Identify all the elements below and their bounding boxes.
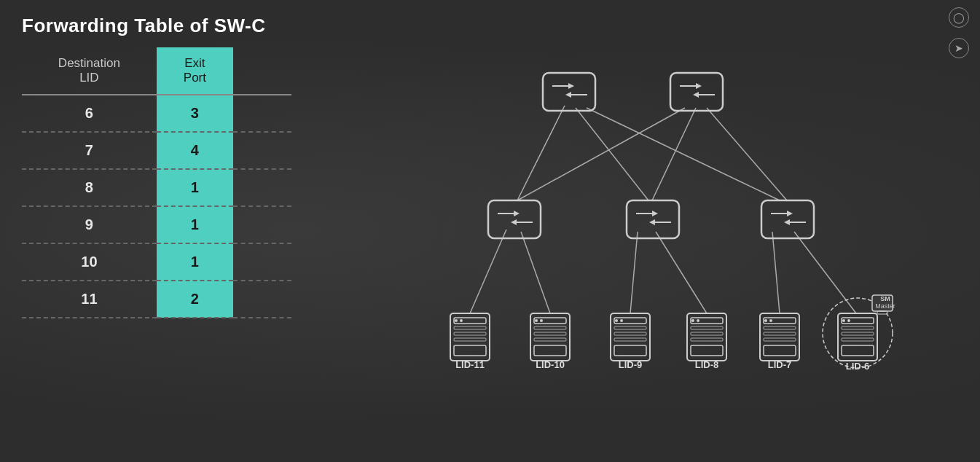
svg-rect-66 bbox=[691, 326, 723, 329]
send-icon[interactable]: ➤ bbox=[949, 38, 969, 58]
table-row: 8 1 bbox=[22, 169, 291, 206]
svg-rect-71 bbox=[691, 345, 723, 356]
svg-text:LID-11: LID-11 bbox=[455, 359, 485, 370]
spacer-cell bbox=[233, 132, 291, 169]
svg-rect-76 bbox=[764, 332, 796, 335]
svg-text:LID-8: LID-8 bbox=[695, 359, 719, 370]
table-section: Forwarding Table of SW-C DestinationLID … bbox=[22, 15, 372, 318]
svg-rect-17 bbox=[670, 73, 723, 111]
svg-rect-75 bbox=[764, 326, 796, 329]
forwarding-table: DestinationLID ExitPort 6 3 7 4 8 1 9 1 … bbox=[22, 47, 291, 318]
svg-rect-74 bbox=[764, 318, 796, 324]
svg-marker-29 bbox=[652, 211, 658, 216]
svg-text:LID-10: LID-10 bbox=[536, 359, 565, 370]
svg-rect-57 bbox=[614, 326, 646, 329]
dest-lid-cell: 10 bbox=[22, 243, 157, 281]
svg-marker-21 bbox=[693, 92, 699, 98]
svg-line-0 bbox=[517, 106, 565, 200]
svg-line-5 bbox=[707, 108, 787, 200]
dest-lid-cell: 9 bbox=[22, 206, 157, 243]
svg-rect-40 bbox=[454, 332, 486, 335]
svg-rect-65 bbox=[691, 318, 723, 324]
svg-marker-36 bbox=[784, 219, 790, 225]
table-row: 11 2 bbox=[22, 281, 291, 318]
svg-point-42 bbox=[455, 319, 458, 322]
page-title: Forwarding Table of SW-C bbox=[22, 15, 372, 37]
svg-rect-80 bbox=[764, 345, 796, 356]
spacer-cell bbox=[233, 206, 291, 243]
svg-line-11 bbox=[794, 232, 856, 313]
svg-rect-41 bbox=[454, 338, 486, 341]
svg-rect-58 bbox=[614, 332, 646, 335]
svg-point-89 bbox=[847, 319, 850, 322]
spacer-cell bbox=[233, 281, 291, 318]
diagram-section: LID-11 LID-10 LID-9 bbox=[423, 0, 962, 462]
dest-lid-cell: 11 bbox=[22, 281, 157, 318]
exit-port-cell: 2 bbox=[157, 281, 233, 318]
svg-line-8 bbox=[630, 232, 638, 313]
svg-marker-31 bbox=[649, 219, 655, 225]
svg-text:SM: SM bbox=[880, 295, 890, 302]
svg-line-9 bbox=[656, 232, 707, 313]
svg-rect-47 bbox=[534, 318, 566, 324]
svg-rect-38 bbox=[454, 318, 486, 324]
svg-text:LID-9: LID-9 bbox=[619, 359, 643, 370]
svg-point-78 bbox=[764, 319, 767, 322]
svg-line-7 bbox=[521, 232, 550, 313]
dest-lid-cell: 8 bbox=[22, 169, 157, 206]
svg-point-69 bbox=[691, 319, 694, 322]
svg-text:Master: Master bbox=[875, 302, 895, 310]
svg-rect-87 bbox=[842, 338, 874, 341]
svg-marker-16 bbox=[565, 92, 571, 98]
spacer-cell bbox=[233, 95, 291, 132]
svg-rect-53 bbox=[534, 345, 566, 356]
svg-point-51 bbox=[535, 319, 538, 322]
table-row: 10 1 bbox=[22, 243, 291, 281]
spacer-cell bbox=[233, 243, 291, 281]
svg-point-88 bbox=[842, 319, 845, 322]
svg-rect-67 bbox=[691, 332, 723, 335]
svg-line-6 bbox=[470, 230, 506, 313]
svg-point-52 bbox=[540, 319, 543, 322]
svg-point-60 bbox=[615, 319, 618, 322]
svg-rect-90 bbox=[842, 345, 874, 356]
svg-line-3 bbox=[517, 108, 685, 200]
dest-lid-cell: 6 bbox=[22, 95, 157, 132]
svg-text:LID-6: LID-6 bbox=[846, 361, 870, 372]
svg-marker-34 bbox=[787, 211, 793, 216]
table-row: 7 4 bbox=[22, 132, 291, 169]
exit-port-cell: 4 bbox=[157, 132, 233, 169]
network-diagram: LID-11 LID-10 LID-9 bbox=[423, 0, 962, 462]
svg-line-10 bbox=[772, 232, 780, 313]
svg-marker-24 bbox=[514, 211, 520, 216]
svg-point-70 bbox=[697, 319, 699, 322]
svg-rect-68 bbox=[691, 338, 723, 341]
svg-rect-56 bbox=[614, 318, 646, 324]
svg-marker-14 bbox=[568, 83, 574, 89]
svg-rect-62 bbox=[614, 345, 646, 356]
corner-icons: ◯ ➤ bbox=[949, 7, 969, 58]
svg-rect-49 bbox=[534, 332, 566, 335]
svg-point-43 bbox=[460, 319, 463, 322]
svg-rect-86 bbox=[842, 332, 874, 335]
svg-text:LID-7: LID-7 bbox=[768, 359, 792, 370]
table-row: 6 3 bbox=[22, 95, 291, 132]
exit-port-cell: 3 bbox=[157, 95, 233, 132]
clock-icon[interactable]: ◯ bbox=[949, 7, 969, 28]
svg-rect-32 bbox=[761, 200, 814, 238]
exit-port-cell: 1 bbox=[157, 243, 233, 281]
col-spacer bbox=[233, 47, 291, 95]
svg-rect-27 bbox=[627, 200, 679, 238]
svg-rect-77 bbox=[764, 338, 796, 341]
svg-line-2 bbox=[587, 108, 780, 200]
svg-rect-48 bbox=[534, 326, 566, 329]
exit-port-cell: 1 bbox=[157, 169, 233, 206]
svg-point-61 bbox=[620, 319, 623, 322]
exit-port-cell: 1 bbox=[157, 206, 233, 243]
svg-rect-85 bbox=[842, 326, 874, 329]
svg-marker-26 bbox=[511, 219, 517, 225]
svg-rect-12 bbox=[543, 73, 595, 111]
svg-point-79 bbox=[769, 319, 772, 322]
col-exit-port-header: ExitPort bbox=[157, 47, 233, 95]
svg-rect-39 bbox=[454, 326, 486, 329]
